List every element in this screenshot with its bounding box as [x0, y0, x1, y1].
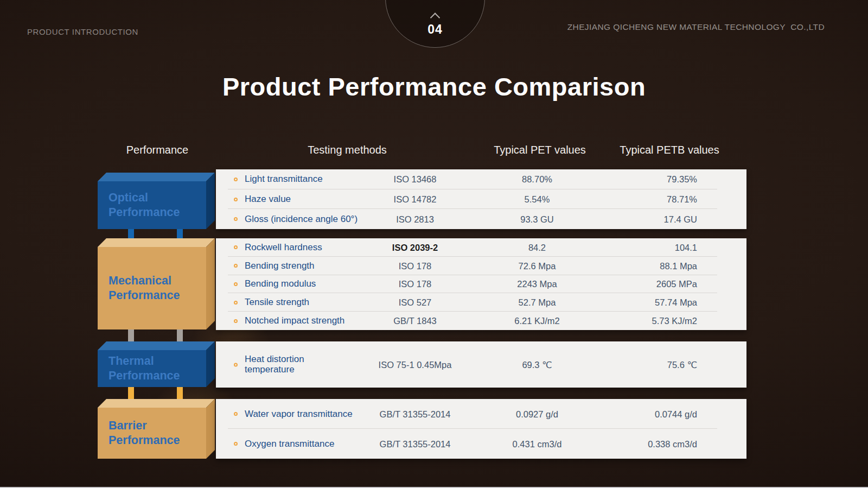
table-group-optical: Light transmittanceISO 1346888.70%79.35%… — [216, 169, 746, 229]
row-pet-value: 0.431 cm3/d — [483, 439, 591, 449]
bullet-circle-icon — [234, 198, 238, 201]
row-property-cell: Notched impact strength — [234, 315, 375, 326]
row-testing-method: ISO 2813 — [363, 214, 467, 224]
section-eyebrow: PRODUCT INTRODUCTION — [27, 27, 138, 36]
table-row: Light transmittanceISO 1346888.70%79.35% — [216, 169, 746, 189]
chevron-up-icon — [430, 12, 440, 22]
row-pet-value: 93.3 GU — [483, 214, 591, 224]
row-pet-value: 69.3 ℃ — [483, 359, 591, 370]
row-testing-method: GB/T 31355-2014 — [363, 439, 467, 449]
row-testing-method: ISO 178 — [363, 279, 467, 289]
row-petb-value: 78.71% — [589, 194, 697, 205]
row-pet-value: 6.21 KJ/m2 — [483, 316, 591, 326]
table-row: Tensile strengthISO 52752.7 Mpa57.74 Mpa — [216, 293, 746, 312]
category-label: Thermal Performance — [108, 350, 195, 387]
bullet-circle-icon — [234, 363, 238, 366]
row-testing-method: ISO 178 — [363, 261, 467, 271]
row-property: Notched impact strength — [245, 315, 344, 326]
table-row: Rockwell hardnessISO 2039-284.2104.1 — [216, 238, 746, 257]
table-row: Gloss (incidence angle 60°)ISO 281393.3 … — [216, 209, 746, 229]
block-top-face — [98, 341, 215, 350]
row-property: Oxygen transmittance — [245, 439, 334, 449]
row-petb-value: 88.1 Mpa — [589, 261, 697, 271]
row-property-cell: Rockwell hardness — [234, 242, 375, 253]
row-property: Bending modulus — [245, 278, 316, 289]
table-group-thermal: Heat distortion temperatureISO 75-1 0.45… — [216, 341, 746, 388]
page-number: 04 — [386, 22, 484, 37]
row-property-cell: Haze value — [234, 194, 375, 205]
row-petb-value: 17.4 GU — [589, 214, 697, 224]
row-property-cell: Bending strength — [234, 261, 375, 271]
block-side-face — [206, 238, 215, 329]
table-row: Notched impact strengthGB/T 18436.21 KJ/… — [216, 312, 746, 330]
block-side-face — [206, 173, 215, 229]
category-block-thermal: Thermal Performance — [98, 341, 215, 387]
row-property: Heat distortion temperature — [245, 354, 326, 375]
column-header-performance: Performance — [98, 142, 217, 158]
bullet-circle-icon — [234, 301, 238, 305]
category-label: Mechanical Performance — [108, 247, 195, 329]
row-petb-value: 0.0744 g/d — [589, 409, 697, 419]
bullet-circle-icon — [234, 245, 238, 249]
column-header-testing-methods: Testing methods — [293, 142, 401, 158]
row-property-cell: Gloss (incidence angle 60°) — [234, 214, 375, 225]
row-property-cell: Heat distortion temperature — [234, 354, 375, 375]
table-row: Heat distortion temperatureISO 75-1 0.45… — [216, 341, 746, 388]
bullet-circle-icon — [234, 178, 238, 181]
bullet-circle-icon — [234, 217, 238, 221]
row-property: Tensile strength — [245, 297, 309, 308]
row-property: Water vapor transmittance — [245, 409, 353, 420]
row-property-cell: Light transmittance — [234, 174, 375, 185]
table-row: Water vapor transmittanceGB/T 31355-2014… — [216, 399, 746, 429]
bullet-circle-icon — [234, 442, 238, 446]
row-property: Bending strength — [245, 261, 315, 271]
row-property-cell: Tensile strength — [234, 297, 375, 308]
row-petb-value: 57.74 Mpa — [589, 297, 697, 308]
row-property-cell: Water vapor transmittance — [234, 409, 375, 420]
row-pet-value: 84.2 — [483, 242, 591, 252]
column-header-petb-values: Typical PETB values — [615, 142, 724, 158]
page-indicator: 04 — [385, 0, 485, 48]
row-property-cell: Oxygen transmittance — [234, 439, 375, 449]
table-row: Bending modulusISO 1782243 Mpa2605 MPa — [216, 275, 746, 294]
row-petb-value: 0.338 cm3/d — [589, 439, 697, 449]
row-property: Gloss (incidence angle 60°) — [245, 214, 358, 225]
category-label: Barrier Performance — [108, 408, 195, 459]
row-pet-value: 0.0927 g/d — [483, 409, 591, 419]
row-testing-method: GB/T 1843 — [363, 316, 467, 326]
table-row: Haze valueISO 147825.54%78.71% — [216, 189, 746, 210]
row-testing-method: ISO 2039-2 — [363, 242, 467, 252]
row-petb-value: 79.35% — [589, 174, 697, 185]
row-petb-value: 75.6 ℃ — [589, 359, 697, 370]
bullet-circle-icon — [234, 282, 238, 286]
row-pet-value: 5.54% — [483, 194, 591, 205]
page-title: Product Performance Comparison — [0, 72, 868, 102]
row-testing-method: ISO 527 — [363, 297, 467, 308]
row-pet-value: 88.70% — [483, 174, 591, 185]
row-testing-method: ISO 14782 — [363, 194, 467, 205]
bullet-circle-icon — [234, 264, 238, 268]
presentation-slide: PRODUCT INTRODUCTION ZHEJIANG QICHENG NE… — [0, 0, 868, 488]
table-group-barrier: Water vapor transmittanceGB/T 31355-2014… — [216, 399, 746, 459]
table-group-mechanical: Rockwell hardnessISO 2039-284.2104.1Bend… — [216, 238, 746, 330]
row-property: Light transmittance — [245, 174, 323, 185]
row-testing-method: ISO 75-1 0.45Mpa — [363, 359, 467, 370]
column-header-pet-values: Typical PET values — [486, 142, 594, 158]
row-property: Rockwell hardness — [245, 242, 322, 253]
table-row: Bending strengthISO 17872.6 Mpa88.1 Mpa — [216, 257, 746, 275]
row-petb-value: 2605 MPa — [589, 279, 697, 289]
row-testing-method: ISO 13468 — [363, 174, 467, 185]
row-pet-value: 2243 Mpa — [483, 279, 591, 289]
category-label: Optical Performance — [108, 181, 195, 229]
row-property-cell: Bending modulus — [234, 278, 375, 289]
category-block-barrier: Barrier Performance — [98, 399, 215, 459]
row-pet-value: 72.6 Mpa — [483, 261, 591, 271]
company-name: ZHEJIANG QICHENG NEW MATERIAL TECHNOLOGY… — [567, 22, 825, 32]
row-testing-method: GB/T 31355-2014 — [363, 409, 467, 419]
bullet-circle-icon — [234, 319, 238, 323]
row-petb-value: 104.1 — [589, 242, 697, 252]
row-property: Haze value — [245, 194, 291, 205]
block-top-face — [98, 173, 215, 181]
row-petb-value: 5.73 KJ/m2 — [589, 316, 697, 326]
block-side-face — [206, 399, 215, 459]
